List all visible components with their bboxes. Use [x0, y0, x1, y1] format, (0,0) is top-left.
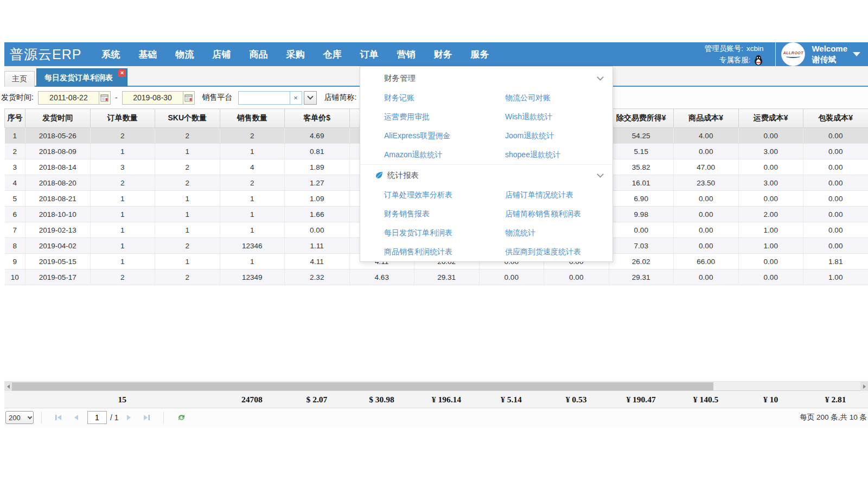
summary-row: 1524708$ 2.07$ 30.98¥ 196.14¥ 5.14¥ 0.53…: [4, 390, 868, 408]
user-caret-down-icon[interactable]: [853, 52, 860, 56]
column-header[interactable]: SKU个数量: [155, 109, 220, 128]
summary-cell: ¥ 5.14: [479, 391, 544, 408]
nav-item[interactable]: 物流: [166, 42, 203, 66]
summary-cell: $ 30.98: [349, 391, 414, 408]
menu-item[interactable]: 订单处理效率分析表: [384, 185, 505, 204]
nav-item[interactable]: 仓库: [314, 42, 350, 66]
scroll-right-icon[interactable]: [860, 382, 868, 391]
menu-item[interactable]: 运营费用审批: [384, 107, 505, 126]
column-header[interactable]: 包装成本¥: [803, 109, 868, 128]
column-header[interactable]: 订单数量: [90, 109, 155, 128]
menu-item[interactable]: 财务记账: [384, 88, 505, 107]
column-header[interactable]: 除交易费所得¥: [609, 109, 674, 128]
dropdown-section-header[interactable]: 财务管理: [360, 68, 612, 88]
table-cell: 6: [5, 207, 25, 222]
page-number-input[interactable]: [87, 411, 107, 424]
table-cell: 1.81: [803, 254, 868, 269]
calendar-icon[interactable]: [183, 91, 195, 105]
scroll-left-icon[interactable]: [4, 382, 12, 391]
table-cell: 2019-05-17: [25, 269, 91, 285]
table-cell: 9: [5, 254, 25, 269]
page-size-select[interactable]: 200: [5, 411, 34, 424]
column-header[interactable]: 商品成本¥: [674, 109, 739, 128]
page-info: 每页 200 条,共 10 条: [800, 413, 868, 422]
table-cell: 12349: [220, 269, 285, 285]
menu-item[interactable]: AliExpress联盟佣金: [384, 126, 505, 145]
date-to-input[interactable]: [122, 91, 183, 105]
avatar[interactable]: ALLROOT: [781, 42, 805, 66]
platform-input[interactable]: [238, 91, 290, 105]
scrollbar-thumb[interactable]: [12, 382, 713, 390]
column-header[interactable]: 销售数量: [220, 109, 285, 128]
menu-item[interactable]: 商品销售利润统计表: [384, 242, 505, 261]
welcome-block[interactable]: Welcome 谢传斌: [805, 43, 853, 65]
avatar-brand-text: ALLROOT: [783, 51, 803, 55]
table-cell: 1: [90, 254, 155, 269]
table-cell: 1.09: [285, 191, 350, 207]
menu-item[interactable]: shopee退款统计: [505, 145, 612, 164]
summary-cell: ¥ 196.14: [414, 391, 479, 408]
leaf-icon: [375, 171, 384, 179]
nav-item[interactable]: 服务: [461, 42, 498, 66]
tab-close-icon[interactable]: ×: [118, 69, 126, 77]
last-page-icon[interactable]: [143, 414, 150, 421]
page: 普源云ERP 系统基础物流店铺商品采购仓库订单营销财务服务 管理员账号: xcb…: [4, 0, 868, 488]
column-header[interactable]: 序号: [5, 109, 25, 128]
calendar-icon[interactable]: [99, 91, 111, 105]
prev-page-icon[interactable]: [73, 414, 79, 421]
tab-daily-shipment-profit[interactable]: 每日发货订单利润表 ×: [36, 68, 127, 87]
menu-item[interactable]: 每日发货订单利润表: [384, 223, 505, 242]
finance-dropdown-menu: 财务管理财务记账物流公司对账运营费用审批Wish退款统计AliExpress联盟…: [360, 66, 613, 262]
table-cell: 4: [220, 159, 285, 175]
date-from-input[interactable]: [38, 91, 99, 105]
nav-item[interactable]: 商品: [240, 42, 277, 66]
table-cell: 35.82: [609, 159, 674, 175]
clear-icon[interactable]: ×: [290, 91, 302, 105]
column-header[interactable]: 客单价$: [285, 109, 350, 128]
nav-item[interactable]: 财务: [424, 42, 461, 66]
summary-cell: [25, 391, 90, 408]
platform-combobox[interactable]: ×: [238, 91, 317, 105]
menu-item[interactable]: Joom退款统计: [505, 126, 612, 145]
menu-item[interactable]: 物流统计: [505, 223, 612, 242]
nav-item[interactable]: 采购: [277, 42, 314, 66]
menu-item[interactable]: 店铺订单情况统计表: [505, 185, 612, 204]
avatar-swoosh: [786, 55, 800, 58]
qq-penguin-icon[interactable]: [754, 55, 763, 66]
table-cell: 47.00: [674, 159, 739, 175]
nav-item[interactable]: 基础: [129, 42, 166, 66]
column-header[interactable]: 运费成本¥: [738, 109, 803, 128]
nav-item[interactable]: 营销: [387, 42, 424, 66]
summary-cell: ¥ 10: [738, 391, 803, 408]
menu-item[interactable]: 财务销售报表: [384, 204, 505, 223]
nav-item[interactable]: 系统: [92, 42, 129, 66]
table-cell: 0.00: [738, 128, 803, 144]
admin-info: 管理员账号: xcbin 专属客服:: [705, 43, 770, 66]
table-cell: 0.00: [803, 207, 868, 222]
table-cell: 0.00: [803, 128, 868, 144]
table-row[interactable]: 102019-05-1722123492.324.6329.310.000.00…: [5, 269, 868, 285]
chevron-down-icon[interactable]: [304, 91, 317, 105]
first-page-icon[interactable]: [55, 414, 62, 421]
admin-account-label: 管理员账号:: [705, 43, 743, 54]
grid-empty-area: [4, 285, 868, 381]
table-cell: 1: [155, 254, 220, 269]
menu-item[interactable]: 物流公司对账: [505, 88, 612, 107]
tab-home[interactable]: 主页: [4, 71, 35, 87]
table-cell: 2018-08-21: [25, 191, 91, 207]
menu-item[interactable]: Wish退款统计: [505, 107, 612, 126]
table-cell: 0.00: [674, 144, 739, 159]
column-header[interactable]: 发货时间: [25, 109, 91, 128]
refresh-icon[interactable]: [177, 413, 186, 422]
menu-item[interactable]: 供应商到货速度统计表: [505, 242, 612, 261]
nav-item[interactable]: 订单: [350, 42, 387, 66]
next-page-icon[interactable]: [126, 414, 132, 421]
table-cell: 1: [90, 207, 155, 222]
menu-item[interactable]: Amazon退款统计: [384, 145, 505, 164]
table-cell: 0.00: [609, 222, 674, 238]
chevron-down-icon: [597, 171, 604, 178]
menu-item[interactable]: 店铺简称销售额利润表: [505, 204, 612, 223]
dropdown-section-header[interactable]: 统计报表: [360, 165, 612, 185]
nav-item[interactable]: 店铺: [203, 42, 240, 66]
horizontal-scrollbar[interactable]: [4, 381, 868, 390]
